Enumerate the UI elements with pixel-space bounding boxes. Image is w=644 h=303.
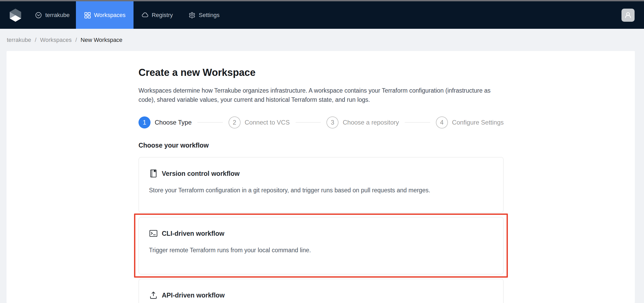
upload-icon (149, 291, 158, 300)
workflow-card-api-driven[interactable]: API-driven workflow (138, 279, 504, 303)
down-circle-icon (35, 12, 42, 19)
terrakube-logo[interactable] (9, 8, 22, 22)
step-connector (296, 122, 321, 123)
workflow-title: API-driven workflow (162, 291, 225, 299)
step-choose-type: 1 Choose Type (138, 116, 192, 128)
workflow-title: Version control workflow (162, 170, 240, 177)
workflow-description: Trigger remote Terraform runs from your … (149, 247, 493, 254)
step-connector (405, 122, 430, 123)
workflow-card-list: Version control workflow Store your Terr… (138, 157, 504, 303)
nav-item-organization[interactable]: terrakube (29, 1, 76, 29)
nav-workspaces-label: Workspaces (94, 12, 126, 19)
step-3-indicator: 3 (326, 116, 338, 128)
step-connector (197, 122, 223, 123)
cloud-icon (141, 12, 149, 19)
book-icon (149, 169, 158, 178)
step-2-indicator: 2 (229, 116, 241, 128)
terminal-icon (149, 229, 158, 238)
nav-item-workspaces[interactable]: Workspaces (76, 1, 134, 29)
breadcrumb-item-current: New Workspace (81, 37, 123, 43)
nav-item-registry[interactable]: Registry (134, 1, 181, 29)
step-2-label: Connect to VCS (245, 119, 290, 126)
workflow-section-heading: Choose your workflow (138, 142, 504, 149)
step-1-label: Choose Type (155, 119, 192, 126)
nav-registry-label: Registry (152, 12, 173, 19)
workflow-title: CLI-driven workflow (162, 230, 224, 237)
breadcrumb-item-organization[interactable]: terrakube (7, 37, 31, 43)
card-title-row: Version control workflow (149, 169, 493, 178)
breadcrumb-item-workspaces[interactable]: Workspaces (40, 37, 72, 43)
nav-settings-label: Settings (199, 12, 220, 19)
page-description: Workspaces determine how Terrakube organ… (138, 86, 504, 104)
nav-org-label: terrakube (45, 12, 70, 19)
step-3-label: Choose a repository (343, 119, 399, 126)
breadcrumb: terrakube / Workspaces / New Workspace (0, 29, 644, 51)
top-navbar: terrakube Workspaces Registry Settings (0, 1, 644, 29)
gear-icon (188, 12, 196, 19)
card-title-row: CLI-driven workflow (149, 229, 493, 238)
cube-logo-icon (9, 8, 22, 22)
appstore-grid-icon (84, 12, 91, 19)
step-connect-vcs: 2 Connect to VCS (229, 116, 290, 128)
workflow-description: Store your Terraform configuration in a … (149, 187, 493, 194)
workflow-card-cli-driven[interactable]: CLI-driven workflow Trigger remote Terra… (138, 217, 504, 274)
user-avatar-icon (624, 11, 632, 20)
step-4-label: Configure Settings (452, 119, 504, 126)
wizard-steps: 1 Choose Type 2 Connect to VCS 3 Choose … (138, 116, 504, 128)
step-choose-repository: 3 Choose a repository (326, 116, 399, 128)
workflow-card-version-control[interactable]: Version control workflow Store your Terr… (138, 157, 504, 213)
nav-menu: terrakube Workspaces Registry Settings (29, 1, 227, 29)
user-avatar-button[interactable] (621, 9, 635, 22)
step-1-indicator: 1 (138, 116, 151, 128)
breadcrumb-separator: / (35, 37, 36, 43)
page-title: Create a new Workspace (138, 66, 504, 79)
nav-item-settings[interactable]: Settings (181, 1, 227, 29)
step-4-indicator: 4 (436, 116, 448, 128)
step-configure-settings: 4 Configure Settings (436, 116, 504, 128)
navbar-spacer (227, 1, 621, 29)
content-column: Create a new Workspace Workspaces determ… (138, 51, 504, 303)
main-panel: Create a new Workspace Workspaces determ… (7, 51, 635, 303)
breadcrumb-separator: / (75, 37, 77, 43)
card-title-row: API-driven workflow (149, 291, 493, 300)
